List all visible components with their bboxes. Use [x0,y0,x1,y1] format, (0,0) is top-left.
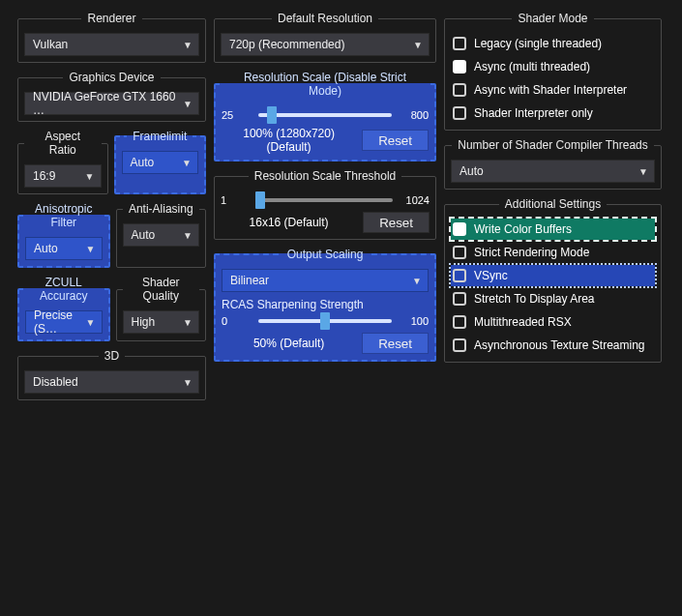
res-scale-reset-button[interactable]: Reset [362,130,429,151]
res-scale-min: 25 [222,109,252,121]
res-scale-slider[interactable] [258,113,392,117]
slider-thumb-icon[interactable] [320,312,330,330]
additional-checkbox[interactable]: Strict Rendering Mode [451,242,655,263]
chevron-down-icon: ▼ [183,377,193,388]
rcas-status: 50% (Default) [222,337,356,350]
shader-mode-option[interactable]: Async (multi threaded) [451,56,655,77]
aa-select[interactable]: Auto ▼ [123,223,200,247]
chevron-down-icon: ▼ [85,171,95,182]
graphics-device-value: NVIDIA GeForce GTX 1660 … [33,90,183,117]
shader-mode-label: Legacy (single threaded) [474,37,602,50]
threed-value: Disabled [33,375,78,389]
group-shader-quality: Shader Quality High ▼ [116,276,207,341]
threed-select[interactable]: Disabled ▼ [24,370,199,394]
chevron-down-icon: ▼ [182,158,192,168]
group-output-scaling: Output Scaling Bilinear ▼ RCAS Sharpenin… [214,248,436,362]
shader-mode-label: Async with Shader Interpreter [474,83,627,97]
group-additional-settings: Additional Settings Write Color BuffersS… [444,197,662,363]
graphics-device-select[interactable]: NVIDIA GeForce GTX 1660 … ▼ [24,92,199,115]
radio-icon [453,60,466,73]
shader-mode-option[interactable]: Async with Shader Interpreter [451,79,655,101]
res-scale-status: 100% (1280x720) (Default) [222,127,356,154]
chevron-down-icon: ▼ [183,40,193,50]
group-aspect-ratio: Aspect Ratio 16:9 ▼ [17,130,108,194]
chevron-down-icon: ▼ [183,230,193,241]
group-shader-mode: Shader Mode Legacy (single threaded)Asyn… [444,12,662,131]
rcas-label: RCAS Sharpening Strength [222,298,429,311]
framelimit-value: Auto [131,156,155,169]
shader-mode-option[interactable]: Legacy (single threaded) [451,33,655,54]
output-mode-select[interactable]: Bilinear ▼ [222,269,429,292]
legend-output: Output Scaling [282,248,370,261]
rcas-max: 100 [398,315,429,327]
renderer-select[interactable]: Vulkan ▼ [24,33,199,56]
aniso-select[interactable]: Auto ▼ [25,237,103,260]
legend-renderer: Renderer [81,12,141,25]
group-anisotropic: Anisotropic Filter Auto ▼ [17,202,110,268]
rcas-reset-button[interactable]: Reset [362,333,429,354]
renderer-value: Vulkan [33,38,68,51]
res-thresh-status: 16x16 (Default) [221,216,357,229]
additional-checkbox[interactable]: VSync [451,265,655,286]
threads-select[interactable]: Auto ▼ [451,160,655,183]
legend-shader-q: Shader Quality [123,276,200,303]
res-scale-max: 800 [398,109,429,121]
chevron-down-icon: ▼ [413,40,423,50]
shader-mode-label: Async (multi threaded) [474,60,590,73]
default-res-value: 720p (Recommended) [229,38,344,51]
rcas-min: 0 [222,315,252,327]
radio-icon [453,83,466,97]
legend-res-scale: Resolution Scale (Disable Strict Mode) [222,71,429,98]
additional-label: Multithreaded RSX [474,315,572,329]
legend-aspect: Aspect Ratio [24,130,102,157]
checkbox-icon [453,315,466,329]
legend-graphics-device: Graphics Device [63,71,160,84]
aspect-select[interactable]: 16:9 ▼ [24,164,102,188]
chevron-down-icon: ▼ [183,99,193,109]
group-default-resolution: Default Resolution 720p (Recommended) ▼ [214,12,436,63]
res-thresh-max: 1024 [399,194,430,206]
checkbox-icon [453,338,466,352]
radio-icon [453,37,466,50]
radio-icon [453,106,466,120]
additional-checkbox[interactable]: Asynchronous Texture Streaming [451,335,655,356]
group-renderer: Renderer Vulkan ▼ [17,12,206,63]
legend-shader-mode: Shader Mode [512,12,593,25]
slider-thumb-icon[interactable] [255,191,265,209]
rcas-slider[interactable] [258,319,392,323]
res-thresh-slider[interactable] [257,198,393,202]
checkbox-icon [453,222,466,236]
output-mode-value: Bilinear [230,274,269,287]
additional-label: VSync [474,269,508,282]
additional-checkbox[interactable]: Write Color Buffers [451,219,655,240]
group-framelimit: Framelimit Auto ▼ [114,130,207,194]
group-zcull: ZCULL Accuracy Precise (S… ▼ [17,276,110,341]
shader-q-select[interactable]: High ▼ [123,310,200,334]
default-res-select[interactable]: 720p (Recommended) ▼ [221,33,430,56]
legend-framelimit: Framelimit [127,130,193,143]
chevron-down-icon: ▼ [412,276,422,286]
zcull-select[interactable]: Precise (S… ▼ [25,310,103,334]
framelimit-select[interactable]: Auto ▼ [122,151,199,174]
group-shader-threads: Number of Shader Compiler Threads Auto ▼ [444,138,662,190]
slider-thumb-icon[interactable] [267,106,277,124]
chevron-down-icon: ▼ [638,166,648,177]
chevron-down-icon: ▼ [183,317,193,328]
additional-checkbox[interactable]: Multithreaded RSX [451,311,655,333]
group-resolution-threshold: Resolution Scale Threshold 1 1024 16x16 … [214,169,436,240]
additional-label: Strict Rendering Mode [474,246,589,259]
additional-label: Write Color Buffers [474,222,572,236]
res-thresh-reset-button[interactable]: Reset [363,212,430,233]
additional-checkbox[interactable]: Stretch To Display Area [451,288,655,309]
legend-threads: Number of Shader Compiler Threads [452,138,654,152]
shader-mode-label: Shader Interpreter only [474,106,593,120]
group-3d: 3D Disabled ▼ [17,349,206,400]
threads-value: Auto [460,164,484,178]
checkbox-icon [453,269,466,282]
legend-res-thresh: Resolution Scale Threshold [249,169,402,183]
chevron-down-icon: ▼ [86,244,96,254]
group-resolution-scale: Resolution Scale (Disable Strict Mode) 2… [214,71,436,161]
res-thresh-min: 1 [221,194,252,206]
zcull-value: Precise (S… [34,308,86,336]
shader-mode-option[interactable]: Shader Interpreter only [451,103,655,124]
